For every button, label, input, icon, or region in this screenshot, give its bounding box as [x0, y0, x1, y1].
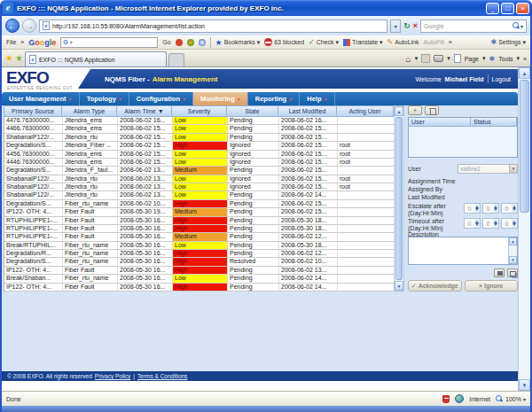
- table-row[interactable]: 4446.76300000...Jitendra_ems2008-06-02 1…: [4, 159, 394, 167]
- table-row[interactable]: RTUPHILIPPE1-...Fiber Fault2008-05-30 16…: [4, 217, 394, 225]
- table-row[interactable]: ShabanaIP122/...Jitendra_rtu2008-06-02 1…: [4, 191, 394, 199]
- add-favorite-icon[interactable]: ★: [15, 51, 23, 66]
- assign-col-status[interactable]: Status: [471, 118, 517, 127]
- table-row[interactable]: ShabanaIP122/...Jitendra_rtu2008-06-02 1…: [4, 175, 394, 183]
- favorites-icon[interactable]: ★: [5, 51, 13, 66]
- timeout-hour-spinner[interactable]: 0: [482, 218, 499, 229]
- address-dropdown[interactable]: ▾: [390, 19, 401, 33]
- google-search-input[interactable]: G ▾: [60, 37, 158, 48]
- logout-link[interactable]: Logout: [492, 76, 511, 82]
- settings-button[interactable]: ✱Settings▾: [490, 38, 526, 46]
- column-header-primary_source[interactable]: Primary Source: [4, 105, 62, 117]
- menu-tab-monitoring[interactable]: Monitoring▾: [193, 92, 248, 105]
- user-select-dropdown-icon[interactable]: ▾: [509, 165, 517, 173]
- table-row[interactable]: Degradation/S...Jitendra_Fiber ...2008-0…: [4, 142, 394, 150]
- browser-tab[interactable]: e EXFO ::: NQMS Application: [25, 51, 167, 66]
- table-row[interactable]: 4466.76300000...Jitendra_ems2008-06-02 1…: [4, 125, 394, 133]
- column-header-severity[interactable]: Severity: [172, 105, 227, 117]
- toolbar-send-icon[interactable]: [176, 39, 183, 46]
- table-row[interactable]: Break/RTUPHIL...Fiber_rtu_name2008-05-30…: [4, 242, 394, 250]
- home-button[interactable]: ⌂: [406, 54, 411, 64]
- page-dropdown[interactable]: ▾: [482, 55, 486, 62]
- description-scroll-down-icon[interactable]: ▼: [509, 256, 517, 264]
- column-header-alarm_type[interactable]: Alarm Type: [62, 105, 117, 117]
- print-dropdown[interactable]: ▾: [447, 55, 450, 62]
- tools-dropdown[interactable]: ▾: [517, 55, 520, 62]
- minimize-button[interactable]: _: [486, 3, 499, 14]
- menu-tab-configuration[interactable]: Configuration▾: [129, 92, 193, 105]
- bookmarks-button[interactable]: ★Bookmarks▾: [215, 38, 261, 47]
- table-row[interactable]: 4456.76300000...Jitendra_ems2008-06-02 1…: [4, 151, 394, 159]
- table-row[interactable]: IP122- OTH: 4...Fiber Fault2008-05-30 16…: [4, 284, 394, 292]
- toolbar-lucky-icon[interactable]: [187, 39, 194, 46]
- timeout-day-spinner[interactable]: 0: [464, 218, 481, 229]
- file-menu[interactable]: File: [6, 39, 16, 45]
- browser-scrollbar[interactable]: ▲ ▼: [518, 67, 530, 391]
- menu-tab-help[interactable]: Help▾: [300, 92, 334, 105]
- user-select[interactable]: valbre2 ▾: [458, 164, 518, 174]
- table-row[interactable]: RTUPHILIPPE1-...Fiber Fault2008-05-30 16…: [4, 233, 394, 241]
- terms-link[interactable]: Terms & Conditions: [137, 373, 187, 379]
- table-row[interactable]: ShabanaIP122/...Jitendra_rtu2008-06-02 1…: [4, 183, 394, 191]
- home-dropdown[interactable]: ▾: [415, 55, 419, 62]
- tabbar-chevron[interactable]: »: [523, 56, 527, 62]
- column-header-state[interactable]: State: [227, 105, 278, 117]
- maximize-button[interactable]: □: [501, 3, 514, 14]
- table-row[interactable]: ShabanaIP122/...Jitendra_rtu2008-06-02 1…: [4, 134, 394, 142]
- browser-scroll-thumb[interactable]: [520, 80, 529, 213]
- page-menu[interactable]: Page: [465, 56, 479, 62]
- menu-tab-reporting[interactable]: Reporting▾: [248, 92, 300, 105]
- table-row[interactable]: Degradation/S...Fiber_rtu_name2008-06-02…: [4, 200, 394, 208]
- toolbar-chevron[interactable]: »: [20, 39, 24, 45]
- menu-tab-topology[interactable]: Topology▾: [80, 92, 129, 105]
- escalate-minute-spinner[interactable]: 0: [501, 203, 518, 214]
- description-scrollbar[interactable]: ▲ ▼: [508, 237, 517, 264]
- ignore-button[interactable]: ×Ignore: [465, 280, 519, 292]
- forward-button[interactable]: →: [22, 19, 36, 33]
- table-row[interactable]: RTUPHILIPPE1-...Fiber Fault2008-05-30 16…: [4, 225, 394, 233]
- refresh-button[interactable]: ↻: [403, 19, 411, 33]
- table-row[interactable]: IP122- OTH: 4...Fiber Fault2008-05-30 19…: [4, 208, 394, 216]
- translate-button[interactable]: Translate▾: [343, 39, 382, 46]
- google-g-dropdown[interactable]: ▾: [70, 39, 73, 45]
- new-tab-button[interactable]: [168, 53, 184, 66]
- stop-button[interactable]: ×: [413, 19, 418, 33]
- tools-menu[interactable]: Tools: [498, 56, 512, 62]
- table-scroll-thumb[interactable]: [395, 117, 403, 280]
- autofill-button[interactable]: AutoFill: [424, 39, 444, 45]
- timeout-minute-spinner[interactable]: 0: [501, 218, 518, 229]
- column-header-last_modified[interactable]: Last Modified: [278, 105, 337, 117]
- table-row[interactable]: 4476.76300000...Jitendra_ems2008-06-02 1…: [4, 117, 394, 125]
- table-row[interactable]: Degradation/S...Fiber_rtu_name2008-05-30…: [4, 258, 394, 266]
- search-icon[interactable]: [512, 22, 520, 30]
- copy-icon-button[interactable]: [507, 268, 518, 277]
- google-go-button[interactable]: Go: [162, 39, 170, 45]
- security-icon[interactable]: [442, 395, 450, 403]
- table-scroll-down-icon[interactable]: ▼: [395, 281, 403, 291]
- address-input[interactable]: e http://192.168.10.55:8080/AlarmManagem…: [39, 19, 387, 33]
- browser-scroll-down-icon[interactable]: ▼: [519, 379, 530, 391]
- search-input[interactable]: Google ▾: [420, 19, 527, 33]
- browser-scroll-up-icon[interactable]: ▲: [519, 67, 530, 79]
- assign-col-user[interactable]: User: [409, 118, 471, 127]
- feeds-icon[interactable]: [421, 54, 430, 63]
- search-dropdown[interactable]: ▾: [520, 23, 523, 29]
- back-button[interactable]: ←: [5, 19, 20, 33]
- table-scroll-up-icon[interactable]: ▲: [395, 106, 403, 116]
- menu-tab-user-management[interactable]: User Management▾: [2, 92, 80, 105]
- zoom-control[interactable]: 100% ▾: [496, 395, 526, 403]
- escalate-day-spinner[interactable]: 0: [464, 203, 481, 214]
- google-g-button[interactable]: G: [63, 39, 67, 45]
- print-icon[interactable]: [434, 55, 443, 62]
- privacy-policy-link[interactable]: Privacy Policy: [95, 373, 130, 379]
- description-textarea[interactable]: ▲ ▼: [408, 237, 518, 265]
- escalate-hour-spinner[interactable]: 0: [482, 203, 499, 214]
- close-button[interactable]: ×: [516, 3, 529, 14]
- zoom-dropdown[interactable]: ▾: [523, 396, 526, 402]
- delete-assignment-button[interactable]: [425, 105, 439, 115]
- save-icon-button[interactable]: [494, 268, 505, 277]
- acknowledge-button[interactable]: ✓Acknowledge: [408, 280, 462, 292]
- table-row[interactable]: Break/Shaban...Fiber_rtu_name2008-05-30 …: [4, 275, 394, 283]
- toolbar-chevron-2[interactable]: »: [449, 39, 452, 45]
- spellcheck-button[interactable]: ✓Check▾: [309, 38, 339, 46]
